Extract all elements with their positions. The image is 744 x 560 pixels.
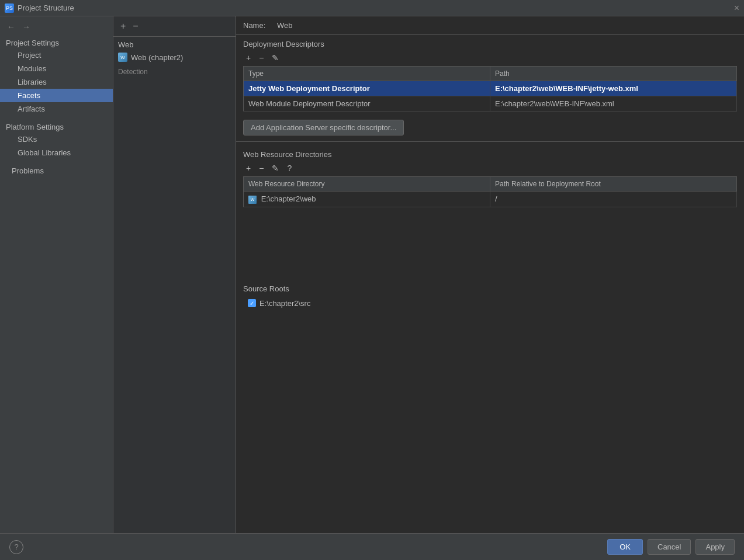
deployment-descriptors-toolbar: + − ✎: [243, 52, 737, 64]
table-row[interactable]: W E:\chapter2\web /: [244, 192, 737, 207]
name-value: Web: [277, 21, 293, 30]
web-item-icon: W: [118, 53, 127, 62]
add-descriptor-row-button[interactable]: +: [243, 52, 254, 64]
edit-web-resource-button[interactable]: ✎: [269, 162, 282, 174]
web-resource-directory-column-header: Web Resource Directory: [244, 177, 490, 192]
global-libraries-label: Global Libraries: [18, 148, 71, 157]
sidebar-item-artifacts[interactable]: Artifacts: [0, 102, 113, 116]
path-relative-column-header: Path Relative to Deployment Root: [490, 177, 737, 192]
table-row[interactable]: Web Module Deployment Descriptor E:\chap…: [244, 96, 737, 112]
sidebar-divider: [0, 116, 113, 120]
sidebar-item-project[interactable]: Project: [0, 48, 113, 62]
artifacts-label: Artifacts: [18, 105, 45, 113]
separator-1: [236, 141, 744, 142]
spacer: [236, 210, 744, 280]
window-title: Project Structure: [18, 4, 74, 12]
sidebar-item-facets[interactable]: Facets: [0, 89, 113, 102]
remove-web-resource-button[interactable]: −: [256, 162, 267, 174]
web-section-label: Web: [113, 37, 236, 50]
cancel-button[interactable]: Cancel: [648, 539, 691, 555]
descriptor-path-cell: E:\chapter2\web\WEB-INF\web.xml: [490, 96, 737, 112]
web-resource-directories-title: Web Resource Directories: [243, 150, 737, 159]
sidebar-item-problems[interactable]: Problems: [0, 164, 113, 178]
help-web-resource-button[interactable]: ?: [284, 162, 295, 174]
deployment-descriptors-table: Type Path Jetty Web Deployment Descripto…: [243, 66, 737, 112]
libraries-label: Libraries: [18, 78, 47, 86]
source-roots-title: Source Roots: [243, 284, 737, 293]
bottom-bar: ? OK Cancel Apply: [0, 533, 744, 560]
descriptor-type-cell: Jetty Web Deployment Descriptor: [244, 81, 490, 96]
sidebar-item-libraries[interactable]: Libraries: [0, 75, 113, 89]
close-button[interactable]: ×: [734, 4, 739, 13]
middle-panel: + − Web W Web (chapter2) Detection: [113, 16, 236, 533]
platform-settings-label: Platform Settings: [0, 120, 113, 133]
project-label: Project: [18, 51, 41, 60]
source-root-path: E:\chapter2\src: [259, 299, 310, 308]
descriptor-path-cell: E:\chapter2\web\WEB-INF\jetty-web.xml: [490, 81, 737, 96]
deployment-descriptors-section: Deployment Descriptors + − ✎ Type Path: [236, 35, 744, 114]
web-chapter2-item[interactable]: W Web (chapter2): [113, 50, 236, 64]
web-resource-directories-table: Web Resource Directory Path Relative to …: [243, 176, 737, 207]
sdks-label: SDKs: [18, 135, 37, 144]
directory-icon: W: [248, 196, 257, 204]
add-application-server-descriptor-button[interactable]: Add Application Server specific descript…: [243, 120, 404, 135]
remove-facet-button[interactable]: −: [130, 20, 140, 33]
path-column-header: Path: [490, 67, 737, 81]
action-buttons: OK Cancel Apply: [607, 539, 735, 555]
web-resource-toolbar: + − ✎ ?: [243, 162, 737, 174]
modules-label: Modules: [18, 64, 46, 73]
web-chapter2-label: Web (chapter2): [131, 53, 183, 62]
add-facet-button[interactable]: +: [118, 20, 128, 33]
name-row: Name: Web: [236, 16, 744, 35]
nav-forward-button[interactable]: →: [20, 21, 33, 33]
apply-button[interactable]: Apply: [695, 539, 735, 555]
title-bar-left: PS Project Structure: [5, 4, 74, 13]
problems-label: Problems: [12, 166, 44, 175]
detection-label: Detection: [113, 64, 236, 77]
descriptor-type-cell: Web Module Deployment Descriptor: [244, 96, 490, 112]
sidebar: ← → Project Settings Project Modules Lib…: [0, 16, 113, 533]
path-relative-cell: /: [490, 192, 737, 207]
web-resource-dir-value: E:\chapter2\web: [261, 194, 316, 203]
name-label: Name:: [243, 21, 272, 30]
right-panel: Name: Web Deployment Descriptors + − ✎ T…: [236, 16, 744, 533]
facets-label: Facets: [18, 91, 40, 100]
source-root-item: ✓ E:\chapter2\src: [243, 297, 737, 310]
add-web-resource-button[interactable]: +: [243, 162, 254, 174]
sidebar-nav: ← →: [0, 19, 113, 36]
title-bar: PS Project Structure ×: [0, 0, 744, 16]
sidebar-item-sdks[interactable]: SDKs: [0, 133, 113, 146]
help-button[interactable]: ?: [9, 540, 23, 554]
app-icon: PS: [5, 4, 14, 13]
source-root-checkbox[interactable]: ✓: [248, 299, 256, 307]
type-column-header: Type: [244, 67, 490, 81]
web-resource-directories-section: Web Resource Directories + − ✎ ? Web Res…: [236, 145, 744, 210]
remove-descriptor-row-button[interactable]: −: [256, 52, 267, 64]
deployment-descriptors-title: Deployment Descriptors: [243, 40, 737, 48]
sidebar-item-global-libraries[interactable]: Global Libraries: [0, 146, 113, 159]
web-resource-dir-cell: W E:\chapter2\web: [244, 192, 490, 207]
edit-descriptor-row-button[interactable]: ✎: [269, 52, 282, 64]
main-content: ← → Project Settings Project Modules Lib…: [0, 16, 744, 533]
table-row[interactable]: Jetty Web Deployment Descriptor E:\chapt…: [244, 81, 737, 96]
ok-button[interactable]: OK: [607, 539, 643, 555]
right-scrollable: Deployment Descriptors + − ✎ Type Path: [236, 35, 744, 533]
project-settings-label: Project Settings: [0, 36, 113, 48]
nav-back-button[interactable]: ←: [5, 21, 18, 33]
source-roots-section: Source Roots ✓ E:\chapter2\src: [236, 280, 744, 312]
middle-toolbar: + −: [113, 16, 236, 37]
sidebar-divider-2: [0, 159, 113, 164]
sidebar-item-modules[interactable]: Modules: [0, 62, 113, 75]
